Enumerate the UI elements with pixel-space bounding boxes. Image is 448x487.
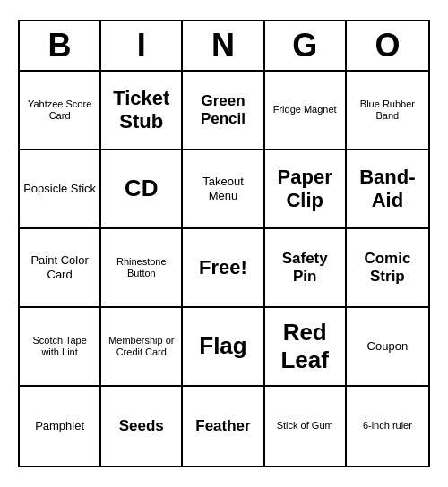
header-cell-g: G [265, 21, 347, 70]
bingo-cell-23: Stick of Gum [265, 387, 347, 466]
bingo-cell-12: Free! [183, 229, 264, 308]
bingo-cell-13: Safety Pin [265, 229, 347, 308]
bingo-cell-18: Red Leaf [265, 308, 347, 387]
bingo-cell-text-21: Seeds [119, 417, 164, 435]
bingo-header: BINGO [20, 21, 428, 72]
bingo-cell-text-10: Paint Color Card [23, 253, 96, 281]
header-cell-i: I [101, 21, 183, 70]
header-cell-n: N [183, 21, 264, 70]
bingo-cell-1: Ticket Stub [101, 72, 183, 150]
bingo-cell-3: Fridge Magnet [265, 72, 347, 150]
bingo-cell-text-2: Green Pencil [186, 92, 259, 129]
bingo-cell-19: Coupon [347, 308, 428, 387]
bingo-cell-text-18: Red Leaf [269, 319, 341, 374]
bingo-cell-text-16: Membership or Credit Card [105, 335, 177, 358]
bingo-cell-22: Feather [183, 387, 264, 466]
bingo-cell-8: Paper Clip [265, 150, 347, 229]
bingo-cell-21: Seeds [101, 387, 183, 466]
bingo-cell-text-19: Coupon [367, 339, 409, 354]
bingo-cell-5: Popsicle Stick [20, 150, 101, 229]
bingo-cell-text-11: Rhinestone Button [105, 256, 177, 279]
bingo-cell-text-14: Comic Strip [350, 250, 425, 286]
bingo-card: BINGO Yahtzee Score CardTicket StubGreen… [18, 20, 430, 467]
bingo-cell-text-7: Takeout Menu [186, 175, 259, 202]
header-cell-o: O [347, 21, 428, 70]
bingo-cell-7: Takeout Menu [183, 150, 264, 229]
bingo-cell-text-9: Band-Aid [350, 166, 425, 213]
bingo-cell-text-17: Flag [199, 332, 246, 360]
bingo-cell-4: Blue Rubber Band [347, 72, 428, 150]
bingo-cell-text-6: CD [125, 175, 159, 202]
bingo-cell-text-3: Fridge Magnet [273, 104, 337, 115]
bingo-cell-text-23: Stick of Gum [277, 420, 333, 431]
bingo-cell-text-8: Paper Clip [269, 166, 341, 213]
bingo-cell-20: Pamphlet [20, 387, 101, 466]
bingo-cell-text-1: Ticket Stub [105, 87, 177, 134]
bingo-grid: Yahtzee Score CardTicket StubGreen Penci… [20, 72, 428, 466]
header-cell-b: B [20, 21, 101, 70]
bingo-cell-text-22: Feather [195, 417, 250, 435]
bingo-cell-text-0: Yahtzee Score Card [23, 98, 96, 122]
bingo-cell-16: Membership or Credit Card [101, 308, 183, 387]
bingo-cell-text-5: Popsicle Stick [23, 182, 96, 196]
bingo-cell-14: Comic Strip [347, 229, 428, 308]
bingo-cell-15: Scotch Tape with Lint [20, 308, 101, 387]
bingo-cell-text-13: Safety Pin [269, 250, 341, 286]
bingo-cell-6: CD [101, 150, 183, 229]
bingo-cell-text-15: Scotch Tape with Lint [23, 335, 96, 358]
bingo-cell-text-12: Free! [199, 256, 247, 279]
bingo-cell-text-4: Blue Rubber Band [350, 98, 425, 122]
bingo-cell-text-20: Pamphlet [35, 419, 84, 433]
bingo-cell-11: Rhinestone Button [101, 229, 183, 308]
bingo-cell-text-24: 6-inch ruler [363, 420, 412, 431]
bingo-cell-10: Paint Color Card [20, 229, 101, 308]
bingo-cell-9: Band-Aid [347, 150, 428, 229]
bingo-cell-17: Flag [183, 308, 264, 387]
bingo-cell-2: Green Pencil [183, 72, 264, 150]
bingo-cell-24: 6-inch ruler [347, 387, 428, 466]
bingo-cell-0: Yahtzee Score Card [20, 72, 101, 150]
